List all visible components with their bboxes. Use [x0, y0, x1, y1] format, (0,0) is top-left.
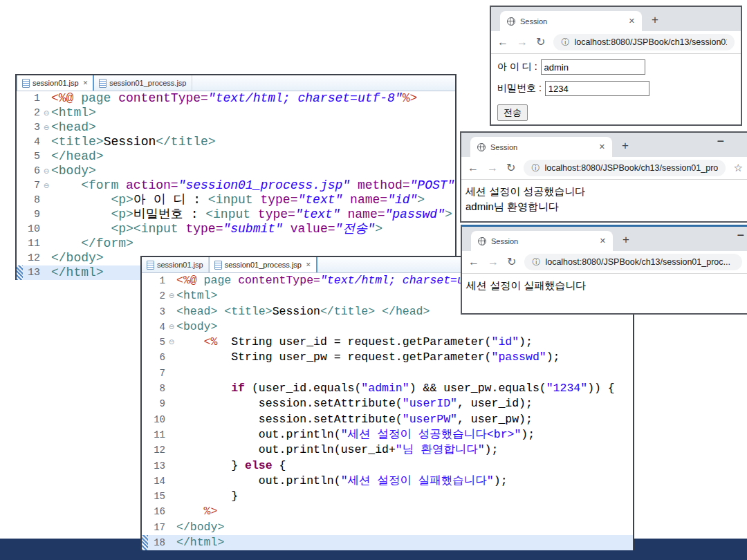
code-line[interactable]: 14 out.println("세션 설정이 실패했습니다");: [142, 474, 633, 489]
code-line[interactable]: 9 <p>비밀번호 : <input type="text" name="pas…: [17, 207, 455, 222]
fold-collapse-icon[interactable]: ⊖: [167, 335, 176, 350]
code-token: "userPW": [403, 413, 457, 426]
page-info-icon[interactable]: ⓘ: [561, 37, 569, 48]
bookmark-star-icon[interactable]: ☆: [734, 162, 743, 174]
fold-collapse-icon[interactable]: ⊖: [167, 319, 176, 335]
forward-icon[interactable]: →: [517, 37, 528, 48]
globe-favicon: [507, 17, 515, 26]
new-tab-icon[interactable]: +: [652, 13, 658, 27]
back-icon[interactable]: ←: [468, 256, 479, 268]
minimize-icon[interactable]: −: [737, 228, 744, 243]
code-token: [342, 193, 350, 207]
code-line[interactable]: 11 out.println("세션 설정이 성공했습니다<br>");: [142, 427, 633, 442]
browser1-tab[interactable]: Session ✕: [500, 11, 642, 31]
code-line[interactable]: 8 <p>아 이 디 : <input type="text" name="id…: [17, 193, 455, 207]
line-number: 12: [23, 251, 42, 265]
editor1-code-area[interactable]: 1<%@ page contentType="text/html; charse…: [17, 91, 455, 280]
address-bar[interactable]: ⓘ localhost:8080/JSPBook/ch13/session01_…: [524, 160, 725, 176]
new-tab-icon[interactable]: +: [622, 139, 629, 153]
code-line[interactable]: 5</head>: [17, 149, 455, 164]
code-line[interactable]: 15 }: [142, 489, 633, 504]
back-icon[interactable]: ←: [468, 162, 479, 174]
fold-collapse-icon[interactable]: ⊖: [42, 120, 51, 135]
code-token: </title>: [320, 305, 375, 318]
code-line[interactable]: 18</html>: [142, 535, 633, 550]
session-success-message: 세션 설정이 성공했습니다: [465, 184, 745, 199]
fold-collapse-icon[interactable]: ⊖: [42, 178, 51, 193]
fold-column: [42, 91, 51, 106]
password-input[interactable]: [545, 81, 649, 96]
code-line[interactable]: 16 %>: [142, 504, 633, 519]
code-line[interactable]: 10 session.setAttribute("userPW", user_p…: [142, 412, 633, 427]
fold-column: [167, 535, 176, 550]
code-line[interactable]: 7: [142, 366, 633, 381]
tab-close-icon[interactable]: ✕: [83, 80, 89, 86]
tab-close-icon[interactable]: ✕: [306, 261, 311, 268]
code-text: [176, 366, 633, 381]
code-line[interactable]: 6 String user_pw = request.getParameter(…: [142, 350, 633, 365]
code-line[interactable]: 12 out.println(user_id+"님 환영합니다");: [142, 442, 633, 458]
code-line[interactable]: 1<%@ page contentType="text/html; charse…: [17, 91, 455, 106]
forward-icon[interactable]: →: [487, 162, 498, 174]
forward-icon[interactable]: →: [488, 256, 499, 268]
browser3-tab[interactable]: Session ✕: [471, 231, 613, 251]
code-token: <input: [205, 207, 258, 221]
code-line[interactable]: 10 <p><input type="submit" value="전송">: [17, 222, 455, 236]
fold-column: [167, 427, 176, 442]
minimize-icon[interactable]: −: [717, 134, 724, 149]
jsp-file-icon: [22, 79, 30, 88]
line-number: 4: [148, 319, 167, 335]
editor2-code-area[interactable]: 1<%@ page contentType="text/html; charse…: [142, 273, 633, 550]
fold-collapse-icon[interactable]: ⊖: [167, 288, 176, 304]
new-tab-icon[interactable]: +: [622, 233, 629, 247]
reload-icon[interactable]: ↻: [507, 256, 516, 268]
gutter-marker-column: [17, 120, 23, 135]
browser1-page-content: 아 이 디 : 비밀번호 : 전송: [491, 54, 741, 127]
fold-column: [167, 350, 176, 365]
code-line[interactable]: 6⊖<body>: [17, 164, 455, 178]
code-token: "text": [297, 193, 342, 207]
code-token: <body>: [176, 320, 217, 333]
page-info-icon[interactable]: ⓘ: [531, 162, 540, 174]
code-line[interactable]: 4⊖<body>: [142, 319, 633, 335]
tab-close-icon[interactable]: ✕: [600, 236, 606, 245]
jsp-file-icon: [99, 79, 107, 88]
code-token: session.setAttribute(: [176, 397, 403, 410]
fold-collapse-icon[interactable]: ⊖: [42, 164, 51, 178]
code-line[interactable]: 5⊖ <% String user_id = request.getParame…: [142, 335, 633, 350]
code-text: <p>비밀번호 : <input type="text" name="passw…: [51, 207, 455, 222]
reload-icon[interactable]: ↻: [536, 37, 545, 48]
code-line[interactable]: 2⊖<html>: [17, 106, 455, 120]
code-token: session.setAttribute(: [176, 413, 403, 426]
code-line[interactable]: 3⊖<head>: [17, 120, 455, 135]
editor2-tab-session01-process[interactable]: session01_process.jsp ✕: [209, 257, 317, 272]
code-line[interactable]: 9 session.setAttribute("userID", user_id…: [142, 396, 633, 411]
browser2-tab[interactable]: Session ✕: [470, 137, 612, 157]
code-line[interactable]: 17</body>: [142, 520, 633, 535]
editor1-tab-session01-process[interactable]: session01_process.jsp: [94, 75, 192, 91]
code-line[interactable]: 11 </form>: [17, 236, 455, 251]
submit-button[interactable]: 전송: [497, 104, 528, 121]
current-line-marker: [17, 265, 23, 280]
reload-icon[interactable]: ↻: [506, 162, 515, 174]
code-line[interactable]: 8 if (user_id.equals("admin") && user_pw…: [142, 381, 633, 396]
address-bar[interactable]: ⓘ localhost:8080/JSPBook/ch13/session01.…: [553, 34, 735, 50]
code-token: value=: [290, 222, 335, 236]
gutter-marker-column: [142, 288, 148, 304]
id-input[interactable]: [541, 59, 645, 75]
code-line[interactable]: 7⊖ <form action="session01_process.jsp" …: [17, 178, 455, 193]
editor2-tab-session01[interactable]: session01.jsp: [142, 257, 209, 272]
address-bar[interactable]: ⓘ localhost:8080/JSPBook/ch13/session01_…: [524, 254, 742, 270]
code-token: {: [273, 459, 286, 472]
tab-close-icon[interactable]: ✕: [629, 17, 635, 26]
editor1-tab-session01[interactable]: session01.jsp ✕: [17, 75, 94, 91]
code-line[interactable]: 4<title>Session</title>: [17, 135, 455, 149]
browser-window-form: Session ✕ + ← → ↻ ⓘ localhost:8080/JSPBo…: [490, 6, 742, 126]
tab-close-icon[interactable]: ✕: [599, 142, 605, 151]
gutter-marker-column: [142, 427, 148, 442]
page-info-icon[interactable]: ⓘ: [532, 256, 540, 268]
back-icon[interactable]: ←: [497, 37, 508, 48]
code-line[interactable]: 13 } else {: [142, 458, 633, 474]
fold-collapse-icon[interactable]: ⊖: [42, 106, 51, 120]
fold-column: [42, 193, 51, 207]
